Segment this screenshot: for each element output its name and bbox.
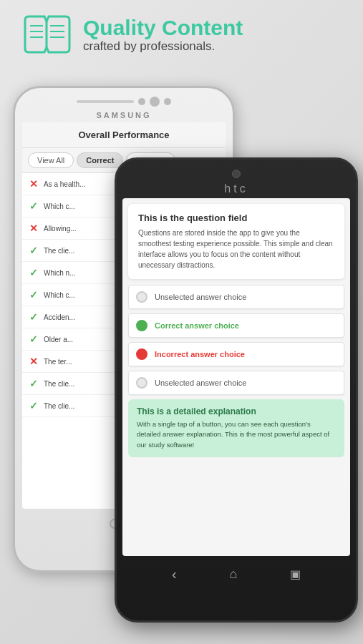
answer-list: Unselected answer choice Correct answer … <box>122 285 350 395</box>
wrong-icon: ✕ <box>29 178 38 190</box>
question-body: Questions are stored inside the app to g… <box>138 228 334 270</box>
samsung-brand: SAMSUNG <box>15 111 233 119</box>
htc-phone: htc This is the question field Questions… <box>115 157 358 623</box>
check-icon: ✓ <box>29 378 38 389</box>
check-icon: ✓ <box>29 245 38 256</box>
answer-text-incorrect: Incorrect answer choice <box>155 350 245 358</box>
htc-brand: htc <box>117 182 356 195</box>
header-title: Quality Content <box>83 16 243 39</box>
htc-recent-button[interactable]: ▣ <box>290 567 301 581</box>
samsung-top-bar <box>15 88 233 111</box>
header-title-quality: Quality <box>83 16 162 39</box>
question-card: This is the question field Questions are… <box>128 204 344 279</box>
samsung-tab-correct[interactable]: Correct <box>77 152 123 168</box>
list-text: The clie... <box>44 247 74 255</box>
check-icon: ✓ <box>29 200 38 212</box>
header-title-content: Content <box>162 16 243 39</box>
check-icon: ✓ <box>29 333 38 345</box>
wrong-icon: ✕ <box>29 356 38 367</box>
samsung-dot-2 <box>150 97 160 107</box>
answer-radio-correct <box>136 320 147 331</box>
answer-radio-incorrect <box>136 348 147 360</box>
book-icon <box>21 13 72 56</box>
list-text: The clie... <box>44 380 74 388</box>
answer-text-correct: Correct answer choice <box>155 321 239 330</box>
explanation-body: With a single tap of a button, you can s… <box>137 419 336 450</box>
answer-radio-unselected-1 <box>136 291 147 303</box>
answer-item-4[interactable]: Unselected answer choice <box>128 371 344 395</box>
list-text: Which c... <box>44 203 75 210</box>
samsung-dots <box>77 100 134 103</box>
samsung-screen-title: Overall Performance <box>22 122 226 148</box>
answer-item-3[interactable]: Incorrect answer choice <box>128 342 344 366</box>
list-text: Allowing... <box>44 225 77 233</box>
htc-top-bar <box>117 160 356 182</box>
wrong-icon: ✕ <box>29 223 38 234</box>
list-text: As a health... <box>44 180 85 188</box>
explanation-card: This is a detailed explanation With a si… <box>128 399 344 457</box>
answer-radio-unselected-2 <box>136 377 147 389</box>
answer-text-4: Unselected answer choice <box>155 379 246 387</box>
htc-bottom-nav: ‹ ⌂ ▣ <box>117 559 356 590</box>
check-icon: ✓ <box>29 311 38 323</box>
answer-text-1: Unselected answer choice <box>155 293 246 301</box>
header: Quality Content crafted by professionals… <box>0 0 363 63</box>
list-text: Older a... <box>44 336 73 343</box>
answer-item-2[interactable]: Correct answer choice <box>128 313 344 338</box>
header-subtitle: crafted by professionals. <box>83 39 243 54</box>
samsung-dot-1 <box>138 98 145 105</box>
htc-back-button[interactable]: ‹ <box>172 566 177 582</box>
samsung-tab-viewall[interactable]: View All <box>28 152 74 168</box>
explanation-title: This is a detailed explanation <box>137 406 336 416</box>
list-text: Which c... <box>44 291 75 299</box>
list-text: Which n... <box>44 269 75 277</box>
check-icon: ✓ <box>29 400 38 411</box>
list-text: The clie... <box>44 402 74 410</box>
list-text: The ter... <box>44 358 72 366</box>
check-icon: ✓ <box>29 267 38 278</box>
header-text: Quality Content crafted by professionals… <box>83 16 243 54</box>
htc-home-button[interactable]: ⌂ <box>229 567 237 582</box>
question-title: This is the question field <box>138 213 334 223</box>
list-text: Acciden... <box>44 313 75 321</box>
samsung-dot-3 <box>164 98 171 105</box>
htc-screen: This is the question field Questions are… <box>122 198 350 556</box>
check-icon: ✓ <box>29 289 38 301</box>
answer-item-1[interactable]: Unselected answer choice <box>128 285 344 309</box>
htc-camera <box>232 170 241 178</box>
